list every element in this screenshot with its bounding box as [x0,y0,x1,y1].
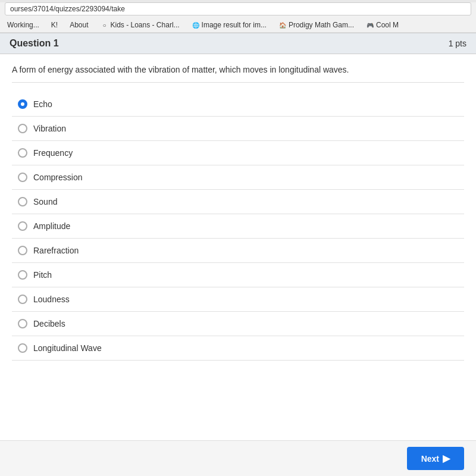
answer-option-loudness[interactable]: Loudness [12,287,464,312]
next-button[interactable]: Next ▶ [407,447,464,470]
radio-amplitude [18,221,27,231]
bookmarks-bar: Working... K! About ○ Kids - Loans - Cha… [0,18,476,33]
bookmark-about[interactable]: About [67,20,90,30]
next-label: Next [421,454,439,464]
answer-option-decibels[interactable]: Decibels [12,312,464,336]
browser-chrome: ourses/37014/quizzes/2293094/take Workin… [0,2,476,33]
option-label-decibels: Decibels [33,319,65,328]
options-container: EchoVibrationFrequencyCompressionSoundAm… [12,92,464,361]
radio-vibration [18,124,27,133]
radio-loudness [18,295,27,304]
option-label-pitch: Pitch [33,270,52,280]
kids-loans-icon: ○ [101,21,109,29]
image-result-icon: 🌐 [192,21,200,29]
answer-option-sound[interactable]: Sound [12,190,464,214]
answer-option-pitch[interactable]: Pitch [12,263,464,287]
answer-option-echo[interactable]: Echo [12,92,464,117]
bookmark-k1[interactable]: K! [49,20,60,30]
radio-rarefraction [18,246,27,255]
radio-sound [18,197,27,206]
option-label-rarefraction: Rarefraction [33,246,79,255]
question-label: Question 1 [10,38,59,49]
bottom-bar: Next ▶ [0,440,476,476]
next-arrow-icon: ▶ [443,453,450,464]
answer-option-longitudinal-wave[interactable]: Longitudinal Wave [12,336,464,361]
option-label-echo: Echo [33,99,52,109]
radio-compression [18,173,27,182]
radio-longitudinal-wave [18,343,27,353]
answer-option-amplitude[interactable]: Amplitude [12,214,464,239]
option-label-compression: Compression [33,173,82,182]
answer-option-compression[interactable]: Compression [12,165,464,190]
radio-decibels [18,319,27,328]
answer-option-vibration[interactable]: Vibration [12,117,464,141]
option-label-longitudinal-wave: Longitudinal Wave [33,343,102,353]
option-label-amplitude: Amplitude [33,221,70,231]
points-label: 1 pts [449,39,466,48]
option-label-sound: Sound [33,197,57,206]
answer-option-frequency[interactable]: Frequency [12,141,464,165]
radio-frequency [18,148,27,158]
bookmark-kids-loans[interactable]: ○ Kids - Loans - Charl... [98,20,182,30]
question-header: Question 1 1 pts [0,33,476,54]
answer-option-rarefraction[interactable]: Rarefraction [12,239,464,263]
radio-pitch [18,270,27,280]
option-label-loudness: Loudness [33,295,70,304]
bookmark-working[interactable]: Working... [5,20,42,30]
bookmark-prodigy[interactable]: 🏠 Prodigy Math Gam... [276,20,356,30]
question-text: A form of energy associated with the vib… [12,64,464,83]
question-content: A form of energy associated with the vib… [0,54,476,370]
page-container: Question 1 1 pts A form of energy associ… [0,33,476,474]
address-bar[interactable]: ourses/37014/quizzes/2293094/take [5,2,471,15]
prodigy-icon: 🏠 [278,21,287,29]
option-label-frequency: Frequency [33,148,73,158]
bookmark-image-result[interactable]: 🌐 Image result for im... [189,20,269,30]
radio-echo [18,99,27,109]
option-label-vibration: Vibration [33,124,66,133]
bookmark-cool[interactable]: 🎮 Cool M [364,20,401,30]
cool-icon: 🎮 [366,21,374,29]
